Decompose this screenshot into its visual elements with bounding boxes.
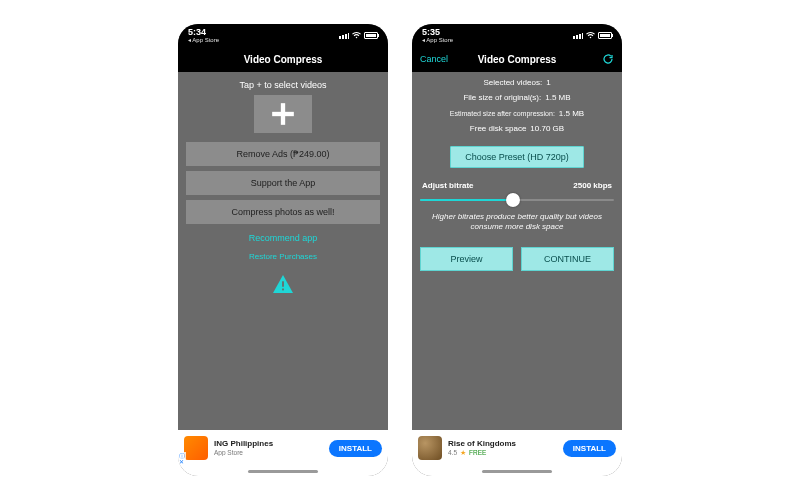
battery-icon: [598, 32, 612, 39]
ad-banner[interactable]: ⓘ✕ ING Philippines App Store INSTALL: [178, 430, 388, 466]
svg-rect-2: [282, 281, 284, 286]
free-space-row: Free disk space 10.70 GB: [470, 124, 564, 134]
ad-title: ING Philippines: [214, 440, 323, 449]
svg-rect-3: [282, 289, 284, 291]
phone-screenshot-left: 5:34 ◂ App Store Video Compress Tap + to…: [178, 24, 388, 476]
recommend-app-link[interactable]: Recommend app: [249, 233, 318, 243]
compress-photos-button[interactable]: Compress photos as well!: [186, 200, 380, 224]
ad-install-button[interactable]: INSTALL: [563, 440, 616, 457]
ad-subtitle: App Store: [214, 449, 323, 456]
nav-title: Video Compress: [244, 54, 323, 65]
select-videos-hint: Tap + to select videos: [240, 80, 327, 90]
selected-videos-row: Selected videos: 1: [483, 78, 550, 88]
support-app-button[interactable]: Support the App: [186, 171, 380, 195]
main-screen: Selected videos: 1 File size of original…: [412, 72, 622, 430]
choose-preset-button[interactable]: Choose Preset (HD 720p): [450, 146, 584, 168]
add-videos-button[interactable]: [254, 95, 312, 133]
estimated-size-value: 1.5 MB: [559, 109, 584, 119]
preview-button[interactable]: Preview: [420, 247, 513, 271]
free-space-label: Free disk space: [470, 124, 526, 134]
home-indicator-area: [412, 466, 622, 476]
continue-button[interactable]: CONTINUE: [521, 247, 614, 271]
star-icon: ★: [460, 449, 466, 457]
ad-banner[interactable]: Rise of Kingdoms 4.5 ★ FREE INSTALL: [412, 430, 622, 466]
status-indicators: [573, 32, 612, 39]
status-time: 5:34: [188, 28, 219, 37]
estimated-size-row: Estimated size after compression: 1.5 MB: [450, 109, 584, 119]
ad-badge-icon: ⓘ✕: [178, 452, 186, 466]
refresh-button[interactable]: [602, 46, 614, 72]
svg-rect-1: [272, 112, 294, 116]
selected-videos-value: 1: [546, 78, 550, 88]
status-bar: 5:35 ◂ App Store: [412, 24, 622, 46]
ad-app-icon: [418, 436, 442, 460]
home-indicator[interactable]: [248, 470, 318, 473]
bitrate-value: 2500 kbps: [573, 181, 612, 190]
nav-bar: Cancel Video Compress: [412, 46, 622, 72]
status-back-to-app[interactable]: ◂ App Store: [422, 37, 453, 43]
bitrate-hint: Higher bitrates produce better quality b…: [420, 212, 614, 232]
warning-icon[interactable]: [272, 274, 294, 294]
signal-icon: [573, 32, 583, 39]
phone-screenshot-right: 5:35 ◂ App Store Cancel Video Compress S…: [412, 24, 622, 476]
nav-title: Video Compress: [478, 54, 557, 65]
wifi-icon: [586, 32, 595, 39]
wifi-icon: [352, 32, 361, 39]
ad-price: FREE: [469, 449, 486, 456]
cancel-button[interactable]: Cancel: [420, 46, 448, 72]
status-indicators: [339, 32, 378, 39]
original-size-row: File size of original(s): 1.5 MB: [463, 93, 570, 103]
original-size-value: 1.5 MB: [545, 93, 570, 103]
estimated-size-label: Estimated size after compression:: [450, 109, 555, 119]
free-space-value: 10.70 GB: [530, 124, 564, 134]
home-indicator[interactable]: [482, 470, 552, 473]
ad-install-button[interactable]: INSTALL: [329, 440, 382, 457]
slider-knob[interactable]: [506, 193, 520, 207]
main-screen: Tap + to select videos Remove Ads (₱249.…: [178, 72, 388, 430]
status-time: 5:35: [422, 28, 453, 37]
bitrate-slider[interactable]: [420, 192, 614, 208]
bitrate-label: Adjust bitrate: [422, 181, 474, 190]
refresh-icon: [602, 53, 614, 65]
selected-videos-label: Selected videos:: [483, 78, 542, 88]
ad-title: Rise of Kingdoms: [448, 440, 557, 449]
signal-icon: [339, 32, 349, 39]
plus-icon: [270, 101, 296, 127]
home-indicator-area: [178, 466, 388, 476]
battery-icon: [364, 32, 378, 39]
status-bar: 5:34 ◂ App Store: [178, 24, 388, 46]
status-back-to-app[interactable]: ◂ App Store: [188, 37, 219, 43]
nav-bar: Video Compress: [178, 46, 388, 72]
restore-purchases-link[interactable]: Restore Purchases: [249, 252, 317, 261]
ad-app-icon: [184, 436, 208, 460]
remove-ads-button[interactable]: Remove Ads (₱249.00): [186, 142, 380, 166]
original-size-label: File size of original(s):: [463, 93, 541, 103]
ad-rating: 4.5: [448, 449, 457, 456]
